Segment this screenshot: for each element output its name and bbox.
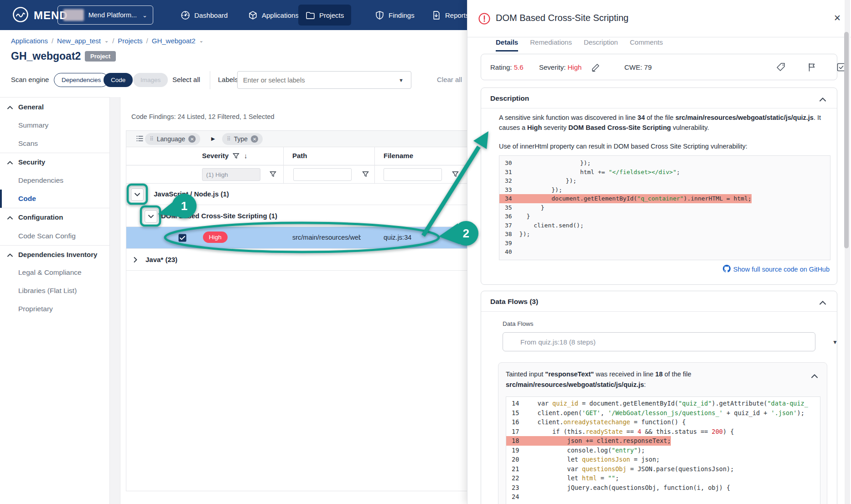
collapse-chevron-icon[interactable] (820, 298, 826, 307)
group-row-label: DOM Based Cross-Site Scripting (1) (161, 212, 277, 220)
tab-comments[interactable]: Comments (630, 38, 663, 51)
group-row-dom-xss[interactable]: DOM Based Cross-Site Scripting (1) (126, 205, 472, 227)
sidebar-item-code-scan-config[interactable]: Code Scan Config (0, 227, 109, 245)
select-all-link[interactable]: Select all (172, 76, 200, 83)
sidebar-item-summary[interactable]: Summary (0, 116, 109, 134)
engine-pill-dependencies[interactable]: Dependencies (54, 73, 109, 87)
collapse-chevron-icon[interactable] (820, 95, 826, 103)
group-chip-type[interactable]: ⠿ Type ✕ (222, 133, 263, 145)
sidebar-section-dependencies-inventory[interactable]: Dependencies Inventory (0, 245, 109, 263)
org-selector[interactable]: Mend Platform... ⌄ (57, 5, 153, 25)
sidebar-item-scans[interactable]: Scans (0, 134, 109, 153)
sidebar-item-libraries-flat-list[interactable]: Libraries (Flat List) (0, 282, 109, 300)
collapse-chevron-icon[interactable] (811, 372, 818, 380)
filename-filter-input[interactable] (384, 168, 442, 181)
breadcrumb-applications[interactable]: Applications (11, 37, 48, 45)
column-header-severity[interactable]: Severity (202, 152, 228, 159)
cwe: CWE: 79 (624, 63, 652, 71)
scan-engine-row: Scan engine Dependencies Code Images Sel… (0, 71, 467, 89)
source-code-snippet[interactable]: 30 });31 html += "</fieldset></div>";32 … (499, 155, 830, 260)
group-row-java[interactable]: Java* (23) (126, 249, 472, 271)
divider (210, 71, 210, 89)
clear-all-link[interactable]: Clear all (437, 76, 462, 83)
nav-item-applications[interactable]: Applications (241, 0, 306, 30)
sidebar-section-title: Configuration (18, 213, 63, 221)
filter-funnel-icon[interactable] (362, 171, 369, 180)
remove-chip-icon[interactable]: ✕ (251, 135, 258, 143)
chevron-down-icon[interactable]: ⌄ (104, 38, 109, 44)
nav-item-projects[interactable]: Projects (298, 5, 351, 26)
nav-item-findings[interactable]: Findings (368, 0, 422, 30)
path-filter-input[interactable] (293, 168, 352, 181)
sidebar-item-label: Scans (18, 139, 38, 148)
sidebar-item-label: Code Scan Config (18, 232, 76, 240)
tainted-input-step-card: Tainted input "responseText" was receive… (498, 362, 827, 504)
grip-dots-icon: ⠿ (150, 136, 154, 142)
sidebar-section-configuration[interactable]: Configuration (0, 208, 109, 226)
sidebar-scrollbar[interactable] (109, 97, 120, 504)
sidebar-item-code[interactable]: Code (0, 190, 109, 208)
panel-scrollbar-track[interactable] (845, 0, 850, 504)
folder-icon (306, 10, 315, 20)
finding-detail-panel: DOM Based Cross-Site Scripting ✕ Details… (467, 0, 851, 504)
data-flow-code-snippet[interactable]: 14 var quiz_id = document.getElementById… (506, 396, 820, 504)
column-header-filename[interactable]: Filename (384, 152, 413, 159)
group-row-label: Java* (23) (145, 256, 177, 263)
panel-scrollbar-thumb[interactable] (844, 32, 849, 248)
labels-label: Labels (218, 76, 238, 83)
tab-description[interactable]: Description (584, 38, 618, 51)
sidebar-item-legal-compliance[interactable]: Legal & Compliance (0, 263, 109, 282)
sidebar-item-dependencies[interactable]: Dependencies (0, 171, 109, 190)
sidebar-section-security[interactable]: Security (0, 153, 109, 171)
chevron-up-icon (7, 103, 13, 111)
chevron-up-icon (7, 158, 13, 166)
chevron-down-icon[interactable]: ⌄ (199, 38, 203, 44)
nav-item-dashboard[interactable]: Dashboard (173, 0, 235, 30)
dropdown-caret-icon[interactable]: ▼ (832, 339, 838, 345)
divider (481, 311, 837, 312)
engine-pill-code[interactable]: Code (104, 73, 133, 87)
group-row-javascript[interactable]: JavaScript / Node.js (1) (126, 184, 472, 205)
row-checkbox[interactable] (178, 234, 187, 244)
breadcrumb-projects[interactable]: Projects (118, 37, 142, 45)
close-icon[interactable]: ✕ (834, 13, 841, 23)
chevron-down-icon: ⌄ (142, 12, 147, 19)
flag-icon[interactable] (807, 62, 817, 74)
sidebar-item-proprietary[interactable]: Proprietary (0, 300, 109, 318)
findings-table: ⠿ Language ✕ ▶ ⠿ Type ✕ Severity ↓ Path … (126, 130, 472, 491)
edit-pencil-icon[interactable] (591, 62, 601, 74)
page-title: GH_webgoat2 (11, 50, 81, 62)
divider (481, 108, 837, 108)
engine-pill-images: Images (133, 73, 168, 87)
data-flow-select[interactable]: From quiz.js:18 (8 steps) (503, 332, 815, 351)
expand-chevron-icon[interactable] (134, 256, 137, 264)
column-header-path[interactable]: Path (292, 152, 307, 159)
panel-title: DOM Based Cross-Site Scripting (496, 13, 628, 23)
finding-row-selected[interactable]: High src/main/resources/webgoa quiz.js:3… (126, 227, 472, 249)
description-paragraph: A sensitive sink function was discovered… (499, 113, 833, 133)
collapse-chevron-button[interactable] (131, 188, 144, 201)
breadcrumb-app[interactable]: New_app_test (57, 37, 101, 45)
tab-details[interactable]: Details (496, 38, 518, 51)
filter-funnel-icon[interactable] (452, 171, 459, 180)
tag-icon[interactable] (776, 62, 786, 74)
tab-remediations[interactable]: Remediations (530, 38, 572, 51)
sidebar-section-general[interactable]: General (0, 98, 109, 116)
filter-funnel-icon[interactable] (270, 171, 276, 180)
breadcrumb-project[interactable]: GH_webgoat2 (152, 37, 196, 45)
labels-input[interactable] (237, 71, 411, 89)
severity: Severity: High (539, 63, 581, 71)
github-source-link[interactable]: Show full source code on GitHub (723, 265, 830, 274)
table-filter-row (126, 165, 472, 184)
severity-filter-input[interactable] (202, 168, 260, 181)
group-chip-language[interactable]: ⠿ Language ✕ (145, 133, 200, 145)
project-badge: Project (85, 51, 116, 62)
sort-descending-icon[interactable]: ↓ (244, 152, 248, 159)
arrow-right-icon: ▶ (211, 136, 215, 142)
finding-filename: quiz.js:34 (384, 234, 411, 241)
ungroup-list-icon[interactable] (135, 134, 144, 144)
collapse-chevron-button[interactable] (145, 210, 157, 223)
filter-funnel-icon[interactable] (233, 153, 239, 161)
remove-chip-icon[interactable]: ✕ (188, 135, 196, 143)
sidebar-item-label: Summary (18, 121, 48, 129)
